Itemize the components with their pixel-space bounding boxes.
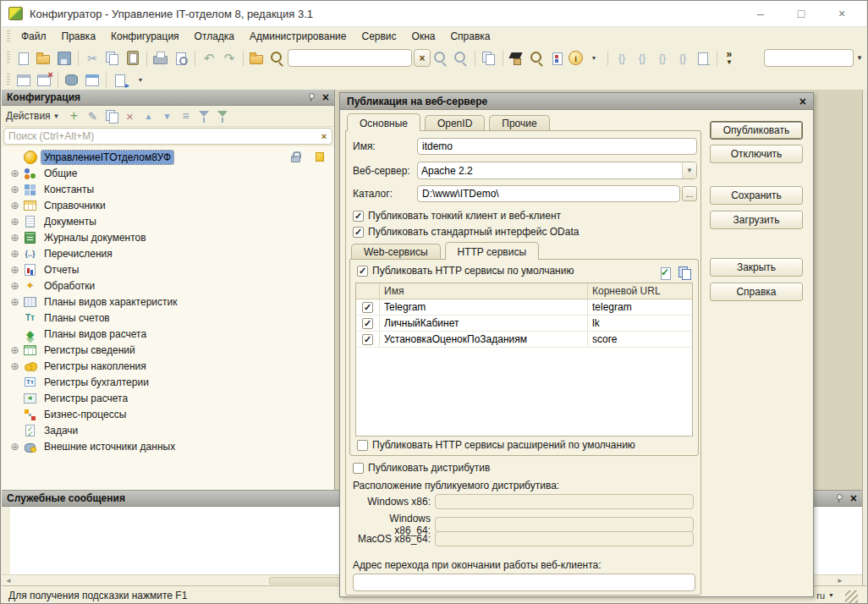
- distrib-checkbox[interactable]: [353, 463, 364, 474]
- syntax-help-icon[interactable]: [548, 49, 567, 68]
- resize-grip[interactable]: [845, 590, 858, 603]
- info-icon[interactable]: [569, 51, 583, 65]
- tab-основные[interactable]: Основные: [347, 113, 420, 131]
- proc-back-icon[interactable]: {}: [613, 49, 631, 68]
- close-icon[interactable]: ×: [850, 492, 857, 504]
- load-button[interactable]: Загрузить: [710, 211, 803, 229]
- tree-item[interactable]: ⊕Справочники: [2, 197, 334, 213]
- scrollbar-thumb[interactable]: [269, 577, 345, 585]
- web-server-select[interactable]: ▼: [417, 162, 697, 179]
- close-icon[interactable]: ×: [322, 91, 329, 103]
- expand-icon[interactable]: ⊕: [8, 232, 21, 244]
- save-icon[interactable]: [55, 49, 74, 68]
- expand-icon[interactable]: ⊕: [8, 200, 21, 211]
- table-row[interactable]: УстановкаОценокПоЗаданиямscore: [356, 332, 692, 348]
- cut-icon[interactable]: ✂: [83, 49, 102, 68]
- copy-window-icon[interactable]: [480, 49, 498, 68]
- print-preview-icon[interactable]: [172, 49, 190, 68]
- disconnect-button[interactable]: Отключить: [710, 145, 803, 163]
- tree-item[interactable]: ⊕Внешние источники данных: [2, 438, 334, 454]
- chevron-down-icon[interactable]: ▼: [856, 54, 863, 62]
- dd-icon[interactable]: ▼: [585, 49, 603, 68]
- toolbar-overflow-icon[interactable]: »▼: [726, 51, 733, 66]
- distrib-path-field[interactable]: [435, 531, 694, 546]
- name-field[interactable]: [417, 138, 697, 155]
- help-find-icon[interactable]: [528, 49, 547, 68]
- menu-item[interactable]: Справка: [442, 29, 497, 44]
- copy-icon[interactable]: [103, 49, 122, 68]
- publish-button[interactable]: Опубликовать: [710, 121, 803, 140]
- toolbar-search-combobox[interactable]: ▼: [288, 49, 412, 67]
- open-file-icon[interactable]: [35, 49, 53, 68]
- close-button[interactable]: Закрыть: [710, 258, 803, 277]
- tab-openid[interactable]: OpenID: [425, 115, 485, 130]
- search-input[interactable]: [4, 130, 316, 142]
- menu-item[interactable]: Конфигурация: [103, 29, 187, 44]
- tree-item[interactable]: ⊕Журналы документов: [2, 229, 334, 245]
- toolbar-search-input[interactable]: [288, 50, 412, 66]
- tree-item[interactable]: Регистры бухгалтерии: [2, 374, 334, 390]
- maximize-button[interactable]: □: [788, 4, 814, 23]
- find-in-folder-icon[interactable]: [248, 49, 266, 68]
- expand-icon[interactable]: ⊕: [8, 184, 21, 195]
- table-view-icon[interactable]: [83, 71, 102, 90]
- pin-icon[interactable]: [836, 494, 842, 503]
- mark-all-icon[interactable]: [656, 264, 672, 277]
- move-up-icon[interactable]: ▲: [140, 107, 157, 124]
- tree-item[interactable]: ⊕Константы: [2, 181, 334, 197]
- pin-icon[interactable]: [308, 93, 314, 102]
- dd-icon[interactable]: ▼: [131, 71, 150, 90]
- print-icon[interactable]: [151, 49, 170, 68]
- list-icon[interactable]: ≡: [178, 107, 195, 124]
- edit-icon[interactable]: ✎: [85, 107, 102, 124]
- expand-icon[interactable]: ⊕: [8, 344, 21, 356]
- proc-up-icon[interactable]: {}: [653, 49, 672, 68]
- web-server-value[interactable]: [418, 162, 682, 178]
- open-doc-icon[interactable]: [111, 71, 129, 90]
- paste-icon[interactable]: [124, 49, 142, 68]
- distrib-path-field[interactable]: [435, 494, 694, 509]
- menu-item[interactable]: Правка: [54, 29, 104, 44]
- tree-item[interactable]: Регистры расчета: [2, 390, 334, 406]
- move-down-icon[interactable]: ▼: [159, 107, 176, 124]
- proc-forward-icon[interactable]: {}: [633, 49, 651, 68]
- syntax-check-icon[interactable]: [508, 49, 526, 68]
- http-ext-checkbox[interactable]: [357, 440, 368, 451]
- clear-search-icon[interactable]: ×: [316, 131, 332, 141]
- database-icon[interactable]: [63, 71, 81, 90]
- directory-field[interactable]: [417, 185, 680, 202]
- tree-item[interactable]: ⊕Планы видов характеристик: [2, 294, 334, 310]
- expand-icon[interactable]: ⊕: [8, 216, 21, 228]
- toolbar-right-combobox[interactable]: ▼: [764, 49, 854, 67]
- tree-item[interactable]: Планы счетов: [2, 310, 334, 326]
- menu-item[interactable]: Администрирование: [242, 29, 354, 44]
- expand-icon[interactable]: ⊕: [8, 280, 21, 292]
- menu-item[interactable]: Сервис: [354, 29, 404, 44]
- chevron-down-icon[interactable]: ▼: [682, 162, 696, 178]
- delete-icon[interactable]: ×: [122, 107, 139, 124]
- tree-item[interactable]: УправлениеITОтделом8УФ: [2, 149, 334, 165]
- close-button[interactable]: ×: [829, 4, 854, 23]
- scroll-left-icon[interactable]: ◄: [2, 577, 15, 585]
- tree-item[interactable]: ⊕Общие: [2, 165, 334, 181]
- language-selector[interactable]: ru ▼: [812, 590, 838, 601]
- tree-item[interactable]: ⊕Перечисления: [2, 245, 334, 261]
- expand-icon[interactable]: ⊕: [8, 264, 21, 276]
- filter-icon[interactable]: [196, 107, 213, 124]
- browse-button[interactable]: ...: [682, 186, 697, 201]
- tree-item[interactable]: Планы видов расчета: [2, 326, 334, 342]
- service-tab[interactable]: Web-сервисы: [351, 244, 441, 259]
- table-row[interactable]: Telegramtelegram: [356, 299, 692, 316]
- row-checkbox[interactable]: [362, 302, 373, 313]
- expand-icon[interactable]: ⊕: [8, 296, 21, 308]
- proc-enter-icon[interactable]: {}: [673, 49, 692, 68]
- thin-client-checkbox[interactable]: [353, 211, 364, 222]
- new-file-icon[interactable]: [14, 49, 33, 68]
- add-icon[interactable]: +: [66, 107, 83, 124]
- toolbar-right-combobox-input[interactable]: [765, 50, 854, 66]
- menu-item[interactable]: Файл: [14, 29, 54, 44]
- unmark-all-icon[interactable]: [676, 264, 691, 277]
- tree-item[interactable]: Бизнес-процессы: [2, 406, 334, 422]
- expand-icon[interactable]: ⊕: [8, 248, 21, 260]
- row-checkbox[interactable]: [362, 318, 373, 329]
